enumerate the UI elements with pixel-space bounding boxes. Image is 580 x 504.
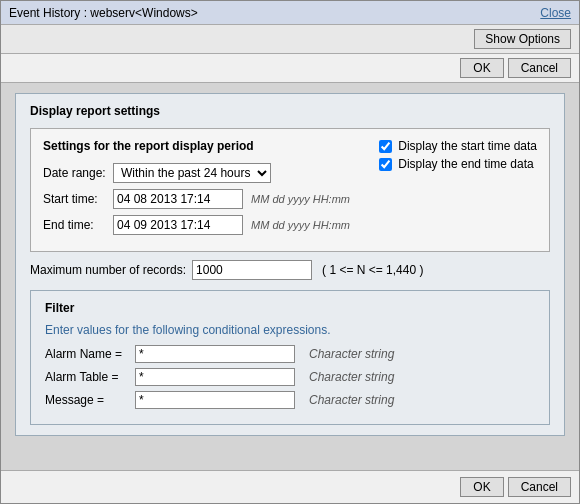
max-records-input[interactable] [192,260,312,280]
checkbox-end-time[interactable] [379,158,392,171]
window-title: Event History : webserv<Windows> [9,6,198,20]
show-options-button[interactable]: Show Options [474,29,571,49]
alarm-table-row: Alarm Table = Character string [45,368,535,386]
alarm-name-input[interactable] [135,345,295,363]
filter-description: Enter values for the following condition… [45,323,535,337]
end-time-label: End time: [43,218,113,232]
end-time-input[interactable] [113,215,243,235]
bottom-ok-button[interactable]: OK [460,477,503,497]
max-records-row: Maximum number of records: ( 1 <= N <= 1… [30,260,550,280]
date-range-label: Date range: [43,166,113,180]
period-title: Settings for the report display period [43,139,359,153]
message-input[interactable] [135,391,295,409]
checkbox-start-time[interactable] [379,140,392,153]
checkbox-end-row: Display the end time data [379,157,537,171]
alarm-table-label: Alarm Table = [45,370,135,384]
top-ok-button[interactable]: OK [460,58,503,78]
start-time-row: Start time: MM dd yyyy HH:mm [43,189,359,209]
top-action-bar: OK Cancel [1,54,579,83]
main-window: Event History : webserv<Windows> Close S… [0,0,580,504]
date-range-row: Date range: Within the past 24 hours Cus… [43,163,359,183]
end-time-hint: MM dd yyyy HH:mm [251,219,350,231]
alarm-name-hint: Character string [309,347,394,361]
alarm-name-label: Alarm Name = [45,347,135,361]
alarm-name-row: Alarm Name = Character string [45,345,535,363]
close-button[interactable]: Close [540,6,571,20]
main-content: Display report settings Settings for the… [1,83,579,470]
checkbox-start-row: Display the start time data [379,139,537,153]
message-row: Message = Character string [45,391,535,409]
max-records-label: Maximum number of records: [30,263,186,277]
start-time-label: Start time: [43,192,113,206]
alarm-table-hint: Character string [309,370,394,384]
right-settings: Display the start time data Display the … [379,139,537,171]
checkbox-end-label: Display the end time data [398,157,533,171]
bottom-action-bar: OK Cancel [1,470,579,503]
toolbar: Show Options [1,25,579,54]
start-time-hint: MM dd yyyy HH:mm [251,193,350,205]
end-time-row: End time: MM dd yyyy HH:mm [43,215,359,235]
alarm-table-input[interactable] [135,368,295,386]
report-settings-title: Display report settings [30,104,550,118]
settings-inner: Settings for the report display period D… [43,139,537,241]
top-cancel-button[interactable]: Cancel [508,58,571,78]
max-records-hint: ( 1 <= N <= 1,440 ) [322,263,423,277]
date-range-select[interactable]: Within the past 24 hours Custom range [113,163,271,183]
title-bar: Event History : webserv<Windows> Close [1,1,579,25]
bottom-cancel-button[interactable]: Cancel [508,477,571,497]
filter-title: Filter [45,301,535,315]
start-time-input[interactable] [113,189,243,209]
filter-section: Filter Enter values for the following co… [30,290,550,425]
report-settings-section: Display report settings Settings for the… [15,93,565,436]
message-hint: Character string [309,393,394,407]
period-settings-box: Settings for the report display period D… [30,128,550,252]
left-settings: Settings for the report display period D… [43,139,359,241]
message-label: Message = [45,393,135,407]
checkbox-start-label: Display the start time data [398,139,537,153]
